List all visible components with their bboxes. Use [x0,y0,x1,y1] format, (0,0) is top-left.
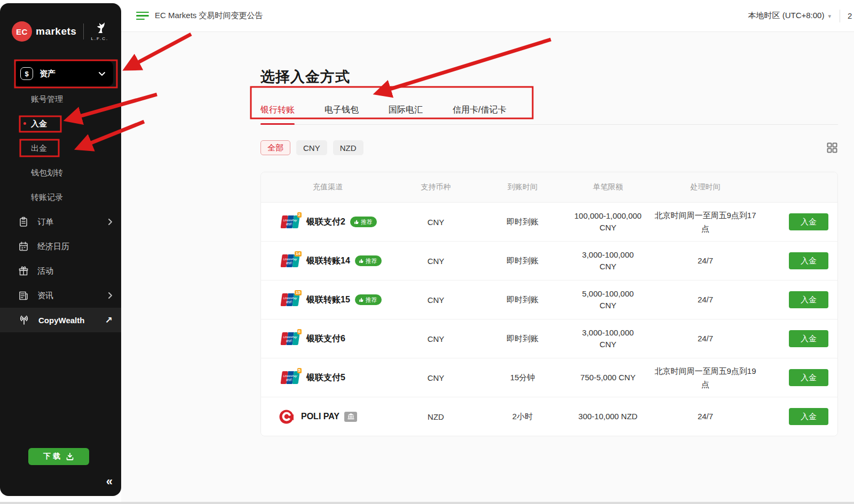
arrival-value: 15分钟 [510,373,535,383]
deposit-button[interactable]: 入金 [789,369,828,386]
bank-icon [347,413,354,420]
sidebar-collapse-button[interactable]: « [106,476,113,487]
chevron-right-icon [108,292,113,299]
unionpay-icon: UnionPay银联 15 [279,293,299,307]
recommended-label: 推荐 [366,257,377,265]
table-row: UnionPay银联 15 银联转账15 推荐 CNY 即时到账 5,000-1… [261,280,837,319]
limit-value: 3,000-100,000 CNY [574,327,642,351]
table-header-row: 充值渠道 支持币种 到账时间 单笔限额 处理时间 [261,172,837,202]
timezone-selector[interactable]: 本地时区 (UTC+8:00) [748,11,825,21]
sidebar-item-account-management[interactable]: 账号管理 [0,87,121,111]
tab-bank-transfer[interactable]: 银行转账 [260,105,295,124]
lfc-label: L.F.C. [91,36,108,41]
svg-text:银联: 银联 [286,261,292,265]
table-row: UnionPay银联 14 银联转账14 推荐 CNY 即时到账 3,000-1… [261,241,837,280]
sidebar-item-withdraw[interactable]: 出金 [0,136,121,161]
broadcast-icon [18,315,30,325]
processing-value: 北京时间周一至周五9点到17点 [653,209,758,236]
col-header-processing: 处理时间 [648,182,763,192]
lfc-logo: L.F.C. [91,22,108,41]
currency-value: CNY [428,373,445,382]
tab-e-wallet[interactable]: 电子钱包 [325,105,359,124]
orders-icon [18,217,29,227]
currency-value: CNY [428,257,445,266]
channel-name: 银联支付5 [306,372,345,383]
recommended-badge: 推荐 [355,255,382,266]
table-body: UnionPay银联 2 银联支付2 推荐 CNY 即时到账 100,000-1… [261,202,837,436]
submenu-label: 钱包划转 [31,168,63,178]
channel-number-badge: 14 [295,251,302,257]
sidebar-item-label: 资讯 [37,291,108,301]
unionpay-icon: UnionPay银联 5 [279,371,299,385]
currency-value: CNY [428,295,445,305]
deposit-channels-table: 充值渠道 支持币种 到账时间 单笔限额 处理时间 UnionPay银联 2 [260,172,838,436]
announcement-list-icon [136,12,149,20]
sidebar-item-economic-calendar[interactable]: 经济日历 [0,234,121,259]
sidebar-item-orders[interactable]: 订单 [0,210,121,234]
sidebar-item-wallet-transfer[interactable]: 钱包划转 [0,161,121,185]
tab-credit-debit-card[interactable]: 信用卡/借记卡 [453,105,506,124]
sidebar-item-news[interactable]: 资讯 [0,283,121,308]
recommended-label: 推荐 [361,218,373,226]
thumbs-up-icon [358,258,364,264]
unionpay-icon: UnionPay银联 6 [279,332,299,346]
limit-value: 750-5,000 CNY [580,372,635,384]
sidebar-item-transfer-records[interactable]: 转账记录 [0,185,121,210]
deposit-button[interactable]: 入金 [789,213,828,230]
unionpay-icon: UnionPay银联 14 [279,254,299,268]
col-header-arrival: 到账时间 [477,182,568,192]
recommended-label: 推荐 [366,296,377,304]
col-header-limit: 单笔限额 [568,182,648,192]
tab-international-wire[interactable]: 国际电汇 [389,105,423,124]
arrival-value: 即时到账 [507,334,539,344]
filter-chip-all[interactable]: 全部 [260,140,290,155]
thumbs-up-icon [353,219,359,225]
svg-text:UnionPay: UnionPay [283,297,298,300]
download-button[interactable]: 下载 [28,448,89,465]
channel-name: 银联支付6 [306,333,345,345]
submenu-label: 账号管理 [31,94,63,105]
grid-view-toggle[interactable] [826,142,838,154]
limit-value: 100,000-1,000,000 CNY [574,210,642,234]
announcement-link[interactable]: EC Markets 交易时间变更公告 [136,11,263,21]
svg-text:UnionPay: UnionPay [283,219,298,222]
recommended-badge: 推荐 [350,217,377,227]
timezone-area: 本地时区 (UTC+8:00) ▾ 2 [748,10,854,22]
sidebar-item-assets[interactable]: $ 资产 [14,61,113,86]
svg-text:UnionPay: UnionPay [283,374,298,378]
gift-icon [18,266,29,276]
sidebar-item-promotions[interactable]: 活动 [0,259,121,283]
filter-chip-nzd[interactable]: NZD [333,140,363,155]
svg-text:UnionPay: UnionPay [283,258,298,261]
deposit-button[interactable]: 入金 [789,252,828,269]
deposit-button[interactable]: 入金 [789,330,828,347]
table-row: UnionPay银联 6 银联支付6 CNY 即时到账 3,000-100,00… [261,319,837,358]
logo-markets-text: markets [36,26,76,37]
sidebar-item-copywealth[interactable]: CopyWealth ↗ [0,308,121,332]
chevron-right-icon [108,218,113,226]
wallet-dollar-icon: $ [20,67,33,80]
channel-name: 银联转账14 [306,255,350,267]
svg-text:银联: 银联 [286,222,292,226]
sidebar-item-label: 活动 [37,266,113,276]
page-bottom-strip [0,502,854,504]
processing-value: 24/7 [698,410,713,423]
filter-chip-cny[interactable]: CNY [296,140,327,155]
unionpay-icon: UnionPay银联 2 [279,215,299,229]
svg-text:银联: 银联 [286,300,292,303]
page-title: 选择入金方式 [260,67,838,86]
col-header-currency: 支持币种 [394,182,477,192]
sidebar-item-label: 经济日历 [37,242,113,252]
channel-number-badge: 15 [295,290,302,295]
col-header-channel: 充值渠道 [261,182,394,192]
arrival-value: 即时到账 [507,256,539,266]
currency-value: NZD [428,412,444,421]
sidebar: EC markets L.F.C. $ 资产 账号管理 入金 [0,3,121,496]
channel-number-badge: 6 [297,329,302,334]
download-label: 下载 [43,452,62,461]
sidebar-item-deposit[interactable]: 入金 [0,111,121,136]
svg-text:银联: 银联 [286,378,292,381]
deposit-button[interactable]: 入金 [789,291,828,308]
table-row: UnionPay银联 5 银联支付5 CNY 15分钟 750-5,000 CN… [261,358,837,397]
deposit-button[interactable]: 入金 [789,408,828,425]
